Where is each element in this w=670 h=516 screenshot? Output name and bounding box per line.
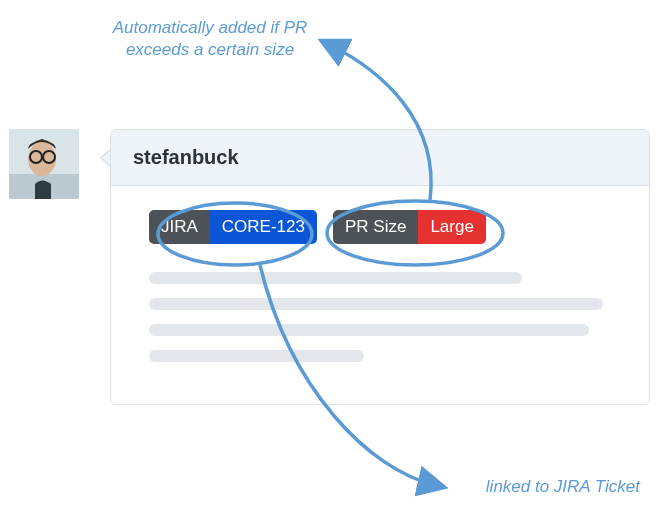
- comment-body: JIRA CORE-123 PR Size Large: [111, 186, 649, 404]
- badge-jira-right: CORE-123: [210, 210, 317, 244]
- badge-row: JIRA CORE-123 PR Size Large: [149, 210, 627, 244]
- comment-author: stefanbuck: [111, 130, 649, 186]
- badge-prsize-left: PR Size: [333, 210, 418, 244]
- avatar: [9, 129, 79, 199]
- badge-prsize-right: Large: [418, 210, 485, 244]
- text-placeholder: [149, 324, 589, 336]
- badge-prsize[interactable]: PR Size Large: [333, 210, 486, 244]
- text-placeholder: [149, 272, 522, 284]
- badge-jira[interactable]: JIRA CORE-123: [149, 210, 317, 244]
- text-placeholder: [149, 298, 603, 310]
- annotation-jira: linked to JIRA Ticket: [486, 476, 640, 498]
- comment-box: stefanbuck JIRA CORE-123 PR Size Large: [110, 129, 650, 405]
- badge-jira-left: JIRA: [149, 210, 210, 244]
- annotation-prsize: Automatically added if PR exceeds a cert…: [95, 17, 325, 61]
- text-placeholder: [149, 350, 364, 362]
